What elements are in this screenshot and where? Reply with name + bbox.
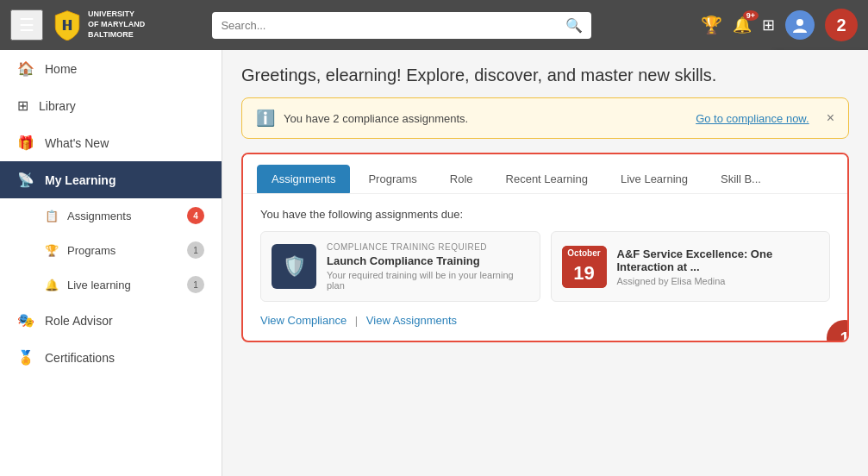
link-separator: | [355, 314, 358, 327]
sidebar-item-home-label: Home [45, 62, 77, 76]
calendar-box: October 19 [562, 246, 607, 288]
assignment-title: Launch Compliance Training [327, 254, 529, 267]
alert-close-button[interactable]: × [827, 110, 834, 126]
whats-new-icon: 🎁 [17, 135, 34, 151]
assignment-row: 🛡️ COMPLIANCE TRAINING REQUIRED Launch C… [260, 231, 830, 302]
notification-badge: 9+ [743, 10, 759, 21]
svg-point-0 [796, 19, 803, 26]
sidebar-item-my-learning[interactable]: 📡 My Learning [0, 161, 222, 198]
tab-live-learning[interactable]: Live Learning [606, 165, 703, 193]
search-icon[interactable]: 🔍 [565, 17, 583, 34]
user-icon [790, 16, 809, 34]
sidebar-sub-live-learning[interactable]: 🔔 Live learning 1 [0, 267, 222, 302]
logo-icon [52, 9, 83, 41]
alert-text: You have 2 compliance assignments. [284, 112, 687, 125]
role-advisor-icon: 🎭 [17, 312, 34, 329]
library-icon: ⊞ [17, 97, 28, 114]
sidebar-item-home[interactable]: 🏠 Home [0, 50, 222, 87]
calendar-day: 19 [562, 260, 607, 288]
annotation-2-container: 2 [825, 9, 858, 41]
calendar-details: A&F Service Excellence: One Interaction … [617, 247, 820, 286]
view-compliance-link[interactable]: View Compliance [260, 314, 347, 327]
sidebar-item-role-advisor-label: Role Advisor [45, 314, 113, 328]
sidebar-item-library-label: Library [39, 99, 76, 113]
sidebar-item-role-advisor[interactable]: 🎭 Role Advisor [0, 302, 222, 339]
calendar-subtitle: Assigned by Elisa Medina [617, 276, 820, 286]
assignments-due-text: You have the following assignments due: [260, 208, 830, 221]
hamburger-button[interactable]: ☰ [10, 9, 43, 41]
assignments-badge: 4 [187, 207, 204, 224]
card-content: You have the following assignments due: … [243, 194, 847, 341]
logo-area: University of Maryland Baltimore [52, 9, 145, 41]
view-assignments-link[interactable]: View Assignments [366, 314, 457, 327]
live-learning-sub-icon: 🔔 [45, 279, 59, 291]
tab-bar: Assignments Programs Role Recent Learnin… [243, 154, 847, 194]
tab-recent-learning[interactable]: Recent Learning [491, 165, 603, 193]
logo-text: University of Maryland Baltimore [88, 9, 145, 40]
assignment-item-compliance: 🛡️ COMPLIANCE TRAINING REQUIRED Launch C… [260, 231, 540, 302]
nav-right-area: 🏆 🔔 9+ ⊞ 2 [701, 9, 858, 41]
certifications-icon: 🏅 [17, 349, 34, 366]
user-avatar-button[interactable] [785, 10, 815, 40]
content-area: Greetings, elearning! Explore, discover,… [222, 50, 868, 476]
search-bar: 🔍 [212, 12, 591, 39]
sidebar-sub-assignments[interactable]: 📋 Assignments 4 [0, 198, 222, 233]
assignment-category: COMPLIANCE TRAINING REQUIRED [327, 242, 529, 252]
sidebar-item-whats-new[interactable]: 🎁 What's New [0, 124, 222, 161]
tab-role[interactable]: Role [435, 165, 488, 193]
trophy-icon-button[interactable]: 🏆 [701, 15, 722, 35]
calendar-assignment-item: October 19 A&F Service Excellence: One I… [551, 231, 831, 302]
live-learning-badge: 1 [187, 276, 204, 293]
assignment-icon: 🛡️ [272, 244, 316, 289]
sidebar-item-library[interactable]: ⊞ Library [0, 87, 222, 124]
calendar-title: A&F Service Excellence: One Interaction … [617, 247, 820, 273]
sidebar-item-certifications-label: Certifications [45, 351, 115, 365]
assignments-sub-label: Assignments [67, 210, 131, 222]
my-learning-icon: 📡 [17, 172, 34, 188]
live-learning-sub-label: Live learning [67, 279, 131, 291]
programs-sub-label: Programs [67, 244, 116, 257]
main-layout: 🏠 Home ⊞ Library 🎁 What's New 📡 My Learn… [0, 50, 868, 476]
go-to-compliance-link[interactable]: Go to compliance now. [696, 112, 809, 125]
tab-skill-b[interactable]: Skill B... [706, 165, 776, 193]
sidebar-item-whats-new-label: What's New [45, 136, 109, 150]
compliance-alert-banner: ℹ️ You have 2 compliance assignments. Go… [241, 97, 849, 139]
assignment-subtitle: Your required training will be in your l… [327, 270, 529, 291]
notification-bell-button[interactable]: 🔔 9+ [733, 16, 752, 34]
apps-grid-button[interactable]: ⊞ [762, 16, 775, 34]
search-input[interactable] [221, 19, 565, 32]
calendar-month: October [562, 246, 607, 260]
programs-sub-icon: 🏆 [45, 244, 59, 257]
tab-programs[interactable]: Programs [353, 165, 431, 193]
sidebar: 🏠 Home ⊞ Library 🎁 What's New 📡 My Learn… [0, 50, 222, 476]
greeting-text: Greetings, elearning! Explore, discover,… [241, 66, 849, 85]
sidebar-item-my-learning-label: My Learning [45, 173, 116, 187]
top-navigation: ☰ University of Maryland Baltimore 🔍 🏆 🔔… [0, 0, 868, 50]
tab-assignments[interactable]: Assignments [257, 165, 350, 193]
alert-info-icon: ℹ️ [256, 109, 275, 128]
home-icon: 🏠 [17, 60, 34, 77]
main-learning-card: Assignments Programs Role Recent Learnin… [241, 153, 849, 342]
sidebar-sub-programs[interactable]: 🏆 Programs 1 [0, 233, 222, 267]
sidebar-item-certifications[interactable]: 🏅 Certifications [0, 339, 222, 376]
programs-badge: 1 [187, 241, 204, 259]
annotation-badge-2: 2 [825, 9, 858, 41]
assignments-sub-icon: 📋 [45, 210, 59, 222]
assignment-details: COMPLIANCE TRAINING REQUIRED Launch Comp… [327, 242, 529, 291]
view-links: View Compliance | View Assignments [260, 314, 830, 327]
